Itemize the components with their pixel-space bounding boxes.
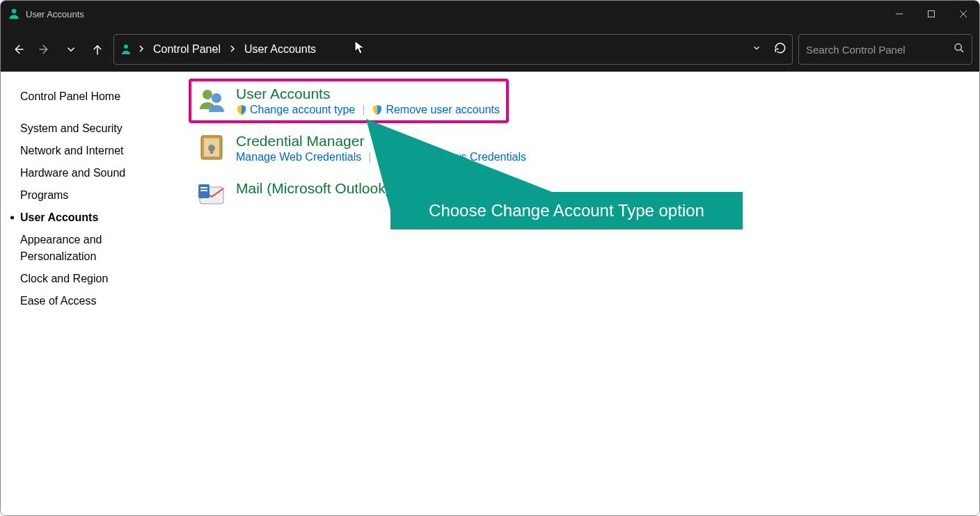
callout-box: Choose Change Account Type option [390, 192, 743, 229]
address-bar[interactable]: Control Panel User Accounts [113, 34, 793, 65]
svg-point-0 [12, 9, 16, 13]
up-button[interactable] [87, 35, 108, 63]
search-icon[interactable] [954, 42, 965, 56]
svg-point-8 [124, 45, 128, 49]
link-label: Manage Windows Credentials [378, 151, 526, 163]
svg-rect-20 [200, 190, 207, 191]
category-title[interactable]: Mail (Microsoft Outlook) [236, 180, 390, 197]
window-controls [883, 1, 979, 27]
content: Control Panel Home System and Security N… [1, 72, 979, 516]
link-label: Manage Web Credentials [236, 151, 361, 163]
chevron-right-icon [228, 45, 237, 54]
refresh-button[interactable] [774, 42, 787, 57]
sidebar-item-user-accounts[interactable]: User Accounts [20, 207, 168, 229]
titlebar: User Accounts [1, 1, 979, 27]
link-manage-windows-credentials[interactable]: Manage Windows Credentials [378, 151, 526, 163]
category-credential-manager: Credential Manager Manage Web Credential… [189, 126, 965, 170]
sidebar-home[interactable]: Control Panel Home [20, 86, 168, 108]
user-accounts-icon [197, 86, 226, 115]
search-input[interactable] [806, 44, 954, 56]
chevron-right-icon [136, 45, 146, 54]
link-remove-user-accounts[interactable]: Remove user accounts [372, 104, 500, 116]
svg-rect-16 [210, 148, 213, 154]
maximize-button[interactable] [915, 1, 947, 27]
sidebar-item-hardware-sound[interactable]: Hardware and Sound [20, 162, 168, 184]
svg-line-10 [961, 49, 963, 52]
link-label: Change account type [250, 104, 355, 116]
sidebar-item-system-security[interactable]: System and Security [20, 118, 168, 140]
back-button[interactable] [8, 35, 29, 63]
svg-point-11 [203, 90, 212, 99]
app-icon [8, 8, 20, 20]
shield-icon [372, 104, 383, 115]
link-label: Remove user accounts [386, 104, 500, 116]
divider: | [362, 104, 365, 116]
svg-point-12 [212, 93, 221, 103]
breadcrumb-item[interactable]: Control Panel [150, 43, 223, 56]
navbar: Control Panel User Accounts [1, 27, 979, 72]
minimize-button[interactable] [883, 1, 915, 27]
shield-icon [236, 104, 247, 115]
breadcrumb-item[interactable]: User Accounts [242, 43, 319, 56]
address-icon [120, 43, 132, 56]
link-change-account-type[interactable]: Change account type [236, 104, 355, 116]
svg-point-9 [955, 44, 961, 50]
callout-text: Choose Change Account Type option [429, 201, 704, 220]
divider: | [368, 151, 371, 163]
window-title: User Accounts [26, 9, 84, 19]
sidebar-item-appearance[interactable]: Appearance and Personalization [20, 229, 139, 268]
search-box[interactable] [798, 34, 972, 65]
sidebar-item-network[interactable]: Network and Internet [20, 140, 168, 162]
category-title[interactable]: Credential Manager [236, 133, 526, 150]
sidebar-item-programs[interactable]: Programs [20, 184, 168, 207]
sidebar-item-ease-access[interactable]: Ease of Access [20, 290, 168, 312]
mail-icon [197, 180, 226, 209]
recent-locations-button[interactable] [61, 35, 81, 63]
sidebar-item-clock-region[interactable]: Clock and Region [20, 268, 168, 290]
forward-button[interactable] [34, 35, 55, 63]
category-title[interactable]: User Accounts [236, 86, 500, 102]
window: User Accounts [0, 0, 980, 516]
close-button[interactable] [947, 1, 979, 27]
category-user-accounts: User Accounts Change account type | [189, 79, 509, 123]
svg-rect-19 [200, 187, 207, 188]
credential-manager-icon [197, 133, 226, 162]
main-panel: User Accounts Change account type | [175, 72, 979, 516]
svg-rect-2 [928, 11, 935, 17]
link-manage-web-credentials[interactable]: Manage Web Credentials [236, 151, 361, 163]
address-dropdown-icon[interactable] [752, 43, 761, 56]
sidebar: Control Panel Home System and Security N… [1, 72, 175, 516]
